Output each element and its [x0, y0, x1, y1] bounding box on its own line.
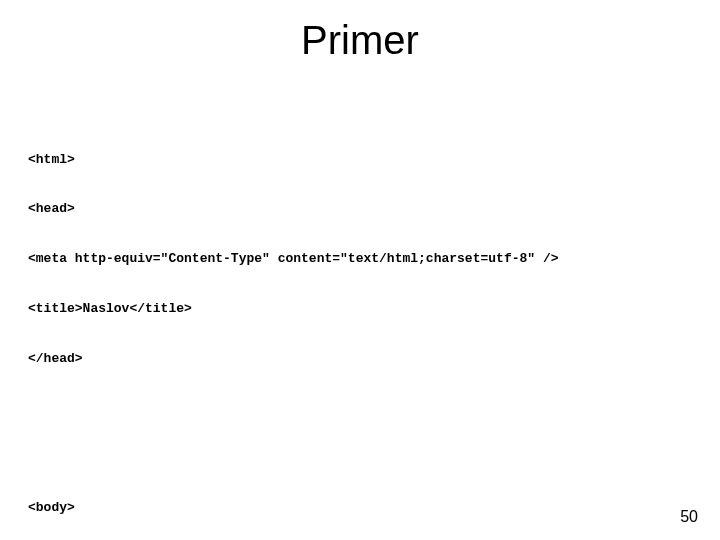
slide-title: Primer: [28, 18, 692, 63]
code-line: </head>: [28, 351, 692, 368]
code-block-head: <html> <head> <meta http-equiv="Content-…: [28, 118, 692, 401]
code-line: <title>Naslov</title>: [28, 301, 692, 318]
code-line: <body>: [28, 500, 692, 517]
page-number: 50: [680, 508, 698, 526]
code-block-body-start: <body> <h2><u>Slike</u></h2>: [28, 467, 692, 540]
code-line: <meta http-equiv="Content-Type" content=…: [28, 251, 692, 268]
code-line: <html>: [28, 152, 692, 169]
code-listing: <html> <head> <meta http-equiv="Content-…: [28, 85, 692, 540]
slide: Primer <html> <head> <meta http-equiv="C…: [0, 0, 720, 540]
code-line: <head>: [28, 201, 692, 218]
